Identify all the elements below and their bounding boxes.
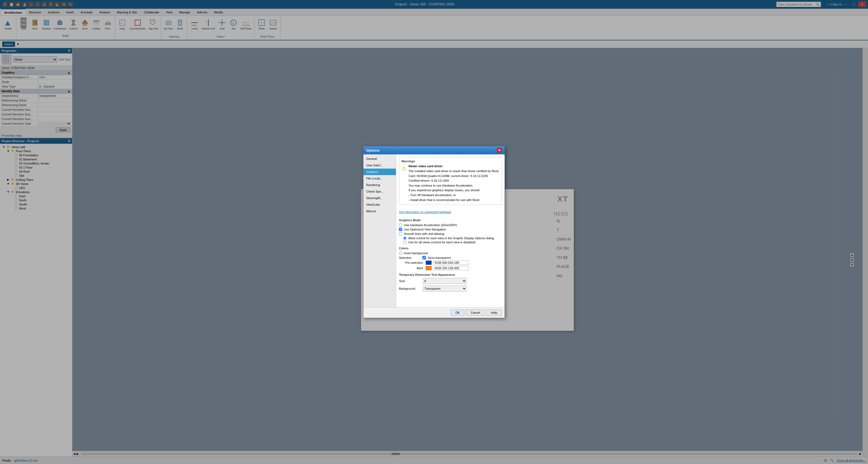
sidebar-check-spelling[interactable]: Check Spe... [364, 188, 396, 195]
smooth-lines-label: Smooth lines with anti-aliasing [404, 232, 444, 235]
pre-selection-label: Pre-selection: [399, 261, 424, 264]
options-dialog: Options ✕ General User Interf... Graphic… [363, 146, 505, 318]
sidebar-rendering[interactable]: Rendering [364, 182, 396, 188]
semi-transparent-label: Semi-transparent [428, 256, 451, 259]
smooth-lines-row: Smooth lines with anti-aliasing [399, 232, 502, 235]
alert-label: Alert: [399, 266, 424, 270]
dialog-title: Options [366, 148, 379, 153]
dialog-close-button[interactable]: ✕ [497, 148, 502, 153]
warning-icon: ⚠ [401, 165, 406, 172]
dialog-content: Warnings ⚠ Newer video card driver The i… [396, 155, 504, 307]
allow-control-label: Allow control for each view in the Graph… [408, 236, 494, 240]
graphics-mode-title: Graphics Mode [399, 219, 502, 222]
warning-content: Newer video card driver The installed vi… [408, 164, 499, 202]
allow-control-radio[interactable] [403, 236, 407, 240]
hardware-accel-checkbox[interactable] [399, 223, 402, 227]
size-label: Size: [399, 279, 421, 283]
dialog-footer: OK Cancel Help [364, 307, 504, 318]
background-label: Background: [399, 287, 421, 290]
invert-bg-label: Invert background [404, 252, 428, 255]
hardware-accel-row: Use Hardware Acceleration (Direct3D®) [399, 223, 502, 227]
colors-title: Colors [399, 246, 502, 250]
pre-selection-swatch[interactable] [426, 261, 432, 265]
size-row: Size: 8 [399, 278, 502, 284]
smooth-lines-checkbox[interactable] [399, 232, 402, 235]
allow-control-row: Allow control for each view in the Graph… [403, 236, 502, 240]
optimized-nav-row: Use Optimized View Navigation [399, 228, 502, 231]
optimized-nav-checkbox[interactable] [399, 228, 402, 231]
dialog-title-bar: Options ✕ [364, 146, 504, 155]
modal-overlay: Options ✕ General User Interf... Graphic… [0, 0, 868, 464]
sidebar-user-interface[interactable]: User Interf... [364, 162, 396, 169]
hardware-accel-label: Use Hardware Acceleration (Direct3D®) [404, 223, 457, 227]
dialog-sidebar: General User Interf... Graphics File Loc… [364, 155, 396, 307]
sidebar-steering-wheels[interactable]: SteeringW... [364, 195, 396, 201]
use-all-views-row: Use for all views (control for each view… [403, 241, 502, 244]
use-all-views-label: Use for all views (control for each view… [408, 241, 475, 244]
background-select[interactable]: Transparent [423, 286, 467, 292]
background-row: Background: Transparent [399, 286, 502, 292]
sidebar-graphics[interactable]: Graphics [364, 169, 396, 175]
dimension-title: Temporary Dimension Text Appearance [399, 273, 502, 276]
size-select[interactable]: 8 [423, 278, 467, 284]
selection-row: Selection: Semi-transparent [399, 256, 502, 259]
sidebar-macros[interactable]: Macros [364, 208, 396, 214]
pre-selection-value[interactable] [433, 261, 469, 265]
warnings-title: Warnings [401, 160, 499, 163]
use-all-views-radio[interactable] [403, 241, 407, 244]
optimized-nav-label: Use Optimized View Navigation [404, 228, 446, 231]
hardware-info-link[interactable]: Get information on supported hardware [399, 210, 451, 213]
sidebar-general[interactable]: General [364, 156, 396, 162]
warning-body: The installed video card driver is newer… [408, 169, 499, 202]
warning-header: Newer video card driver [408, 164, 499, 168]
semi-transparent-checkbox[interactable] [423, 256, 426, 259]
sidebar-viewcube[interactable]: ViewCube [364, 201, 396, 208]
alert-value[interactable] [433, 266, 469, 270]
alert-swatch[interactable] [426, 266, 432, 270]
selection-label: Selection: [399, 256, 421, 259]
pre-selection-row: Pre-selection: [399, 261, 502, 265]
invert-bg-checkbox[interactable] [399, 252, 402, 255]
cancel-button[interactable]: Cancel [466, 309, 485, 316]
dialog-body: General User Interf... Graphics File Loc… [364, 155, 504, 307]
invert-bg-row: Invert background [399, 252, 502, 255]
ok-button[interactable]: OK [451, 309, 464, 316]
sidebar-file-locations[interactable]: File Locati... [364, 175, 396, 182]
alert-row: Alert: [399, 266, 502, 270]
help-button[interactable]: Help [486, 309, 502, 316]
warnings-box: Warnings ⚠ Newer video card driver The i… [399, 157, 502, 205]
warning-item: ⚠ Newer video card driver The installed … [401, 164, 499, 202]
